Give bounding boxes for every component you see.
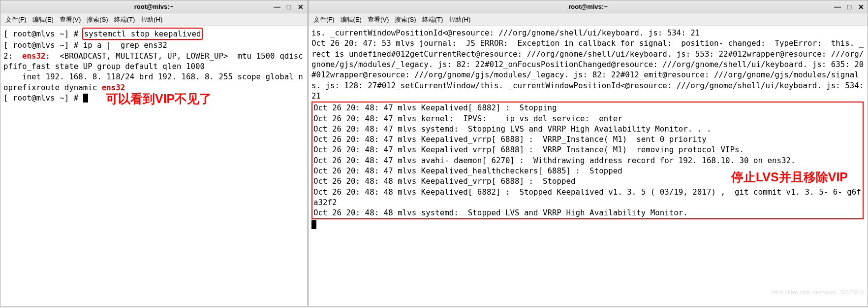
- menu-help[interactable]: 帮助(H): [447, 14, 472, 25]
- terminal-window-left: root@mlvs:~ — □ ✕ 文件(F) 编辑(E) 查看(V) 搜索(S…: [0, 0, 308, 307]
- highlighted-log-box: Oct 26 20: 48: 47 mlvs Keepalived[ 6882]…: [311, 102, 864, 219]
- titlebar-left: root@mlvs:~ — □ ✕: [0, 0, 307, 13]
- prompt: [ root@mlvs ~] #: [3, 40, 83, 50]
- window-title: root@mlvs:~: [568, 3, 608, 10]
- menu-edit[interactable]: 编辑(E): [31, 14, 56, 25]
- interface-name: ens32: [22, 51, 46, 61]
- menu-terminal[interactable]: 终端(T): [112, 14, 137, 25]
- window-controls: — □ ✕: [834, 3, 865, 10]
- prompt: [ root@mlvs ~] #: [3, 93, 83, 103]
- highlighted-command: systemctl stop keepalived: [82, 28, 203, 40]
- close-icon[interactable]: ✕: [858, 3, 865, 10]
- menu-search[interactable]: 搜索(S): [393, 14, 418, 25]
- prompt: [ root@mlvs ~] #: [3, 29, 83, 38]
- window-controls: — □ ✕: [274, 3, 304, 10]
- cursor-icon: [311, 220, 316, 229]
- log-output-top: is. _currentWindowPositionId<@resource: …: [311, 28, 868, 101]
- output-text: 2:: [3, 51, 22, 61]
- cursor-icon: [83, 94, 88, 103]
- menu-view[interactable]: 查看(V): [58, 14, 83, 25]
- titlebar-right: root@mlvs:~ — □ ✕: [309, 0, 868, 13]
- terminal-window-right: root@mlvs:~ — □ ✕ 文件(F) 编辑(E) 查看(V) 搜索(S…: [308, 0, 868, 307]
- annotation-vip-gone: 可以看到VIP不见了: [106, 91, 212, 107]
- menu-edit[interactable]: 编辑(E): [339, 14, 364, 25]
- menubar-right: 文件(F) 编辑(E) 查看(V) 搜索(S) 终端(T) 帮助(H): [309, 13, 868, 26]
- minimize-icon[interactable]: —: [834, 3, 841, 10]
- close-icon[interactable]: ✕: [297, 3, 304, 10]
- output-text: : <BROADCAST, MULTICAST, UP, LOWER_UP> m…: [3, 51, 307, 71]
- terminal-content-right[interactable]: is. _currentWindowPositionId<@resource: …: [309, 26, 868, 306]
- menu-search[interactable]: 搜索(S): [85, 14, 110, 25]
- menu-help[interactable]: 帮助(H): [139, 14, 164, 25]
- window-title: root@mlvs:~: [134, 3, 174, 10]
- menu-file[interactable]: 文件(F): [311, 14, 337, 25]
- menu-terminal[interactable]: 终端(T): [420, 14, 445, 25]
- maximize-icon[interactable]: □: [846, 3, 853, 10]
- maximize-icon[interactable]: □: [285, 3, 292, 10]
- annotation-stop-lvs: 停止LVS并且移除VIP: [731, 169, 848, 186]
- minimize-icon[interactable]: —: [274, 3, 280, 10]
- output-text: inet 192. 168. 8. 118/24 brd 192. 168. 8…: [3, 72, 303, 92]
- terminal-content-left[interactable]: [ root@mlvs ~] # systemctl stop keepaliv…: [0, 26, 307, 306]
- log-output-boxed: Oct 26 20: 48: 47 mlvs Keepalived[ 6882]…: [313, 103, 861, 217]
- command-text: ip a | grep ens32: [83, 40, 167, 50]
- menu-view[interactable]: 查看(V): [366, 14, 391, 25]
- menubar-left: 文件(F) 编辑(E) 查看(V) 搜索(S) 终端(T) 帮助(H): [0, 13, 307, 26]
- watermark-text: https://blog.csdn.net/weixin_30527919: [772, 289, 864, 296]
- menu-file[interactable]: 文件(F): [3, 14, 29, 25]
